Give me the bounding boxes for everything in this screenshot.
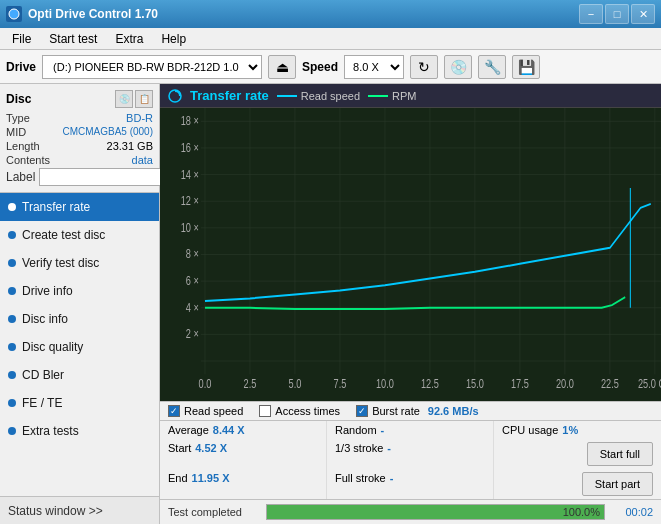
speed-select[interactable]: 8.0 X (344, 55, 404, 79)
stat-full-stroke: Full stroke - (327, 469, 494, 499)
nav-extra-tests[interactable]: Extra tests (0, 417, 159, 445)
start-full-button[interactable]: Start full (587, 442, 653, 466)
title-bar: Opti Drive Control 1.70 − □ ✕ (0, 0, 661, 28)
nav-dot (8, 371, 16, 379)
legend-rpm-color (368, 95, 388, 97)
progress-bar: 100.0% (266, 504, 605, 520)
svg-text:16 ×: 16 × (181, 141, 199, 154)
save-button[interactable]: 💾 (512, 55, 540, 79)
cpu-usage-label: CPU usage (502, 424, 558, 436)
eject-button[interactable]: ⏏ (268, 55, 296, 79)
nav-dot (8, 203, 16, 211)
nav-verify-test-disc-label: Verify test disc (22, 256, 99, 270)
menu-file[interactable]: File (4, 30, 39, 48)
progress-percentage: 100.0% (563, 505, 600, 519)
progress-status-label: Test completed (168, 506, 258, 518)
label-input[interactable] (39, 168, 172, 186)
full-stroke-label: Full stroke (335, 472, 386, 496)
check-access-times[interactable]: Access times (259, 405, 340, 417)
disk-button2[interactable]: 🔧 (478, 55, 506, 79)
close-button[interactable]: ✕ (631, 4, 655, 24)
svg-text:7.5: 7.5 (334, 376, 347, 389)
nav-drive-info[interactable]: Drive info (0, 277, 159, 305)
nav-create-test-disc[interactable]: Create test disc (0, 221, 159, 249)
burst-rate-value: 92.6 MB/s (428, 405, 479, 417)
refresh-button[interactable]: ↻ (410, 55, 438, 79)
svg-text:0.0: 0.0 (199, 376, 212, 389)
full-stroke-value: - (390, 472, 394, 496)
nav-disc-quality[interactable]: Disc quality (0, 333, 159, 361)
nav-verify-test-disc[interactable]: Verify test disc (0, 249, 159, 277)
disc-title: Disc (6, 92, 31, 106)
nav-dot (8, 343, 16, 351)
app-icon (6, 6, 22, 22)
mid-label: MID (6, 126, 26, 138)
stats-panel: Average 8.44 X Random - CPU usage 1% Sta… (160, 420, 661, 499)
main-area: Disc 💿 📋 Type BD-R MID CMCMAGBA5 (000) L… (0, 84, 661, 524)
average-value: 8.44 X (213, 424, 245, 436)
stat-random: Random - (327, 421, 494, 439)
stat-average: Average 8.44 X (160, 421, 327, 439)
nav-section: Transfer rate Create test disc Verify te… (0, 193, 159, 496)
svg-text:14 ×: 14 × (181, 167, 199, 180)
stat-cpu: CPU usage 1% (494, 421, 661, 439)
window-controls: − □ ✕ (579, 4, 655, 24)
nav-dot (8, 399, 16, 407)
menu-extra[interactable]: Extra (107, 30, 151, 48)
chart-header: Transfer rate Read speed RPM (160, 84, 661, 108)
legend-read: Read speed (277, 90, 360, 102)
nav-dot (8, 427, 16, 435)
menu-start-test[interactable]: Start test (41, 30, 105, 48)
maximize-button[interactable]: □ (605, 4, 629, 24)
random-value: - (381, 424, 385, 436)
speed-label: Speed (302, 60, 338, 74)
nav-cd-bler[interactable]: CD Bler (0, 361, 159, 389)
start-part-button[interactable]: Start part (582, 472, 653, 496)
start-value: 4.52 X (195, 442, 227, 466)
disk-button1[interactable]: 💿 (444, 55, 472, 79)
nav-fe-te-label: FE / TE (22, 396, 62, 410)
drive-select[interactable]: (D:) PIONEER BD-RW BDR-212D 1.00 (42, 55, 262, 79)
svg-text:8 ×: 8 × (186, 247, 199, 260)
contents-label: Contents (6, 154, 50, 166)
average-label: Average (168, 424, 209, 436)
checkboxes-row: ✓ Read speed Access times ✓ Burst rate 9… (160, 401, 661, 420)
check-burst-rate[interactable]: ✓ Burst rate 92.6 MB/s (356, 405, 478, 417)
stat-start-full-cell: Start full (494, 439, 661, 469)
type-value: BD-R (126, 112, 153, 124)
disc-icon-btn1[interactable]: 💿 (115, 90, 133, 108)
check-read-speed-box[interactable]: ✓ (168, 405, 180, 417)
chart-svg: 18 × 16 × 14 × 12 × 10 × 8 × 6 × 4 × 2 ×… (160, 108, 661, 401)
svg-text:17.5: 17.5 (511, 376, 529, 389)
nav-disc-info[interactable]: Disc info (0, 305, 159, 333)
check-burst-rate-box[interactable]: ✓ (356, 405, 368, 417)
drive-label: Drive (6, 60, 36, 74)
nav-create-test-disc-label: Create test disc (22, 228, 105, 242)
minimize-button[interactable]: − (579, 4, 603, 24)
sidebar: Disc 💿 📋 Type BD-R MID CMCMAGBA5 (000) L… (0, 84, 160, 524)
stat-end: End 11.95 X (160, 469, 327, 499)
svg-text:5.0: 5.0 (289, 376, 302, 389)
stat-stroke13: 1/3 stroke - (327, 439, 494, 469)
check-read-speed-label: Read speed (184, 405, 243, 417)
menu-bar: File Start test Extra Help (0, 28, 661, 50)
svg-text:20.0: 20.0 (556, 376, 574, 389)
nav-dot (8, 315, 16, 323)
nav-transfer-rate[interactable]: Transfer rate (0, 193, 159, 221)
nav-disc-info-label: Disc info (22, 312, 68, 326)
nav-fe-te[interactable]: FE / TE (0, 389, 159, 417)
svg-text:22.5: 22.5 (601, 376, 619, 389)
legend-rpm: RPM (368, 90, 416, 102)
svg-text:12.5: 12.5 (421, 376, 439, 389)
cpu-usage-value: 1% (562, 424, 578, 436)
check-read-speed[interactable]: ✓ Read speed (168, 405, 243, 417)
disc-icon-btn2[interactable]: 📋 (135, 90, 153, 108)
status-window-button[interactable]: Status window >> (0, 496, 159, 524)
svg-text:25.0 GB: 25.0 GB (638, 376, 661, 389)
disc-label-label: Label (6, 170, 35, 184)
check-access-times-box[interactable] (259, 405, 271, 417)
menu-help[interactable]: Help (153, 30, 194, 48)
svg-point-0 (9, 9, 19, 19)
chart-area: 18 × 16 × 14 × 12 × 10 × 8 × 6 × 4 × 2 ×… (160, 108, 661, 401)
nav-dot (8, 259, 16, 267)
